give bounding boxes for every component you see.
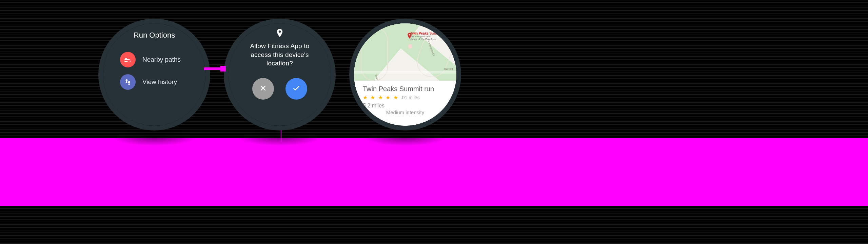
pin-subtitle: views of the Bay Area: [410, 38, 442, 41]
watch-permission-dialog: Allow Fitness App to access this device'…: [224, 19, 336, 130]
permission-prompt-text: Allow Fitness App to access this device'…: [229, 42, 331, 68]
run-length: 5.2 miles: [363, 103, 448, 109]
prompt-pre: Allow: [250, 42, 268, 49]
list-item-label: View history: [142, 78, 177, 86]
svg-rect-3: [128, 84, 130, 85]
check-icon: [292, 84, 301, 94]
map-result-screen: Twin Peaks Blvd Twin Peaks Blvd Panorama…: [354, 23, 456, 126]
svg-point-2: [128, 81, 130, 83]
permission-button-row: [252, 78, 307, 100]
footsteps-icon: [120, 74, 136, 90]
result-card[interactable]: Twin Peaks Summit run ★ ★ ★ ★ ★ .01 mile…: [354, 81, 456, 126]
card-title: Twin Peaks Summit run: [363, 85, 448, 93]
road-label: Burnett: [444, 67, 453, 70]
permission-screen: Allow Fitness App to access this device'…: [229, 23, 331, 126]
watch-shadow: [112, 129, 197, 146]
list-item-view-history[interactable]: View history: [103, 71, 205, 93]
svg-point-0: [126, 79, 128, 82]
rating-row: ★ ★ ★ ★ ★ .01 miles: [363, 94, 448, 101]
figure-stage: Run Options Nearby paths View history: [0, 0, 576, 163]
close-icon: [259, 84, 267, 93]
callout-line: [281, 130, 281, 142]
app-name: Fitness App: [268, 42, 302, 49]
shoe-icon: [120, 52, 136, 67]
run-intensity: Medium intensity: [363, 109, 448, 115]
watch-shadow: [363, 129, 448, 146]
rating-subtext: .01 miles: [401, 95, 420, 100]
star-rating: ★ ★ ★ ★ ★: [363, 94, 399, 101]
watch-shadow: [237, 129, 322, 146]
screen-title: Run Options: [103, 31, 205, 40]
svg-rect-1: [126, 82, 127, 83]
list-item-nearby-paths[interactable]: Nearby paths: [103, 48, 205, 71]
map-view[interactable]: Twin Peaks Blvd Twin Peaks Blvd Panorama…: [354, 23, 456, 81]
deny-button[interactable]: [252, 78, 274, 100]
run-options-screen: Run Options Nearby paths View history: [103, 23, 205, 126]
watch-run-options: Run Options Nearby paths View history: [98, 19, 210, 130]
location-pin-icon: [276, 29, 283, 39]
list-item-label: Nearby paths: [142, 56, 181, 63]
flow-connector: [204, 66, 224, 72]
allow-button[interactable]: [285, 78, 307, 100]
watch-map-result: Twin Peaks Blvd Twin Peaks Blvd Panorama…: [349, 19, 461, 130]
map-pin-callout: Twin Peaks Summit Popular park with view…: [410, 32, 442, 41]
